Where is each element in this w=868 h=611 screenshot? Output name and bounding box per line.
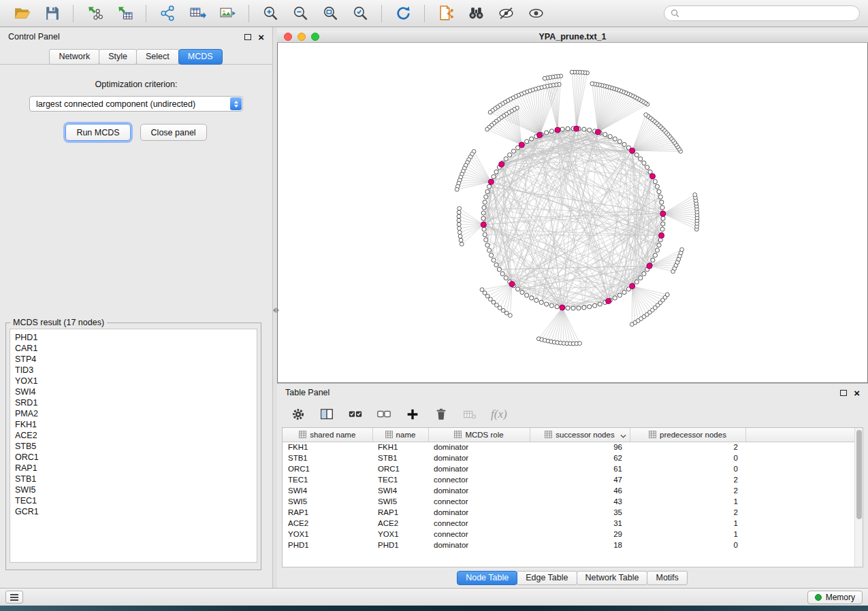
export-network-button[interactable] (154, 3, 181, 24)
mcds-result-item[interactable]: SWI5 (15, 484, 252, 495)
select-all-button[interactable] (348, 407, 363, 422)
unselect-all-button[interactable] (376, 407, 391, 422)
column-header-predecessor-nodes[interactable]: predecessor nodes (630, 428, 745, 442)
cell-filler (745, 442, 854, 452)
search-network-button[interactable] (462, 3, 489, 24)
tab-network-table[interactable]: Network Table (577, 571, 648, 585)
tab-select[interactable]: Select (136, 49, 179, 65)
table-row[interactable]: ORC1ORC1dominator610 (283, 463, 854, 474)
zoom-out-button[interactable] (287, 3, 314, 24)
cell-predecessor-nodes: 2 (630, 474, 745, 485)
vertical-splitter[interactable] (273, 27, 277, 588)
hide-details-button[interactable] (492, 3, 519, 24)
delete-column-button[interactable] (434, 407, 449, 422)
optimization-criterion-select[interactable]: largest connected component (undirected) (29, 96, 243, 112)
float-panel-icon[interactable] (244, 34, 251, 40)
memory-button[interactable]: Memory (807, 591, 863, 604)
table-row[interactable]: YOX1YOX1connector291 (283, 529, 854, 540)
tab-edge-table[interactable]: Edge Table (517, 571, 577, 585)
mcds-result-item[interactable]: SRD1 (15, 397, 252, 408)
zoom-fit-button[interactable] (317, 3, 344, 24)
search-icon (671, 9, 679, 18)
table-row[interactable]: SWI5SWI5connector431 (283, 496, 854, 507)
network-canvas[interactable] (277, 43, 868, 383)
zoom-in-button[interactable] (257, 3, 284, 24)
import-network-button[interactable] (81, 3, 108, 24)
refresh-button[interactable] (389, 3, 417, 24)
cell-name: ACE2 (372, 518, 428, 529)
table-row[interactable]: TEC1TEC1connector472 (283, 474, 854, 485)
maximize-window-icon[interactable] (311, 33, 319, 41)
mcds-result-item[interactable]: PHD1 (15, 332, 252, 343)
close-panel-button[interactable]: Close panel (140, 124, 207, 141)
tab-mcds[interactable]: MCDS (178, 49, 223, 65)
export-table-button[interactable] (184, 3, 211, 24)
table-row[interactable]: STB1STB1dominator620 (283, 452, 854, 463)
tab-motifs[interactable]: Motifs (647, 571, 687, 585)
search-field[interactable] (664, 5, 860, 21)
save-session-button[interactable] (38, 3, 65, 24)
mcds-result-list[interactable]: PHD1CAR1STP4TID3YOX1SWI4SRD1PMA2FKH1ACE2… (10, 329, 257, 563)
scrollbar-thumb[interactable] (856, 430, 862, 519)
export-image-button[interactable] (214, 3, 241, 24)
show-details-button[interactable] (522, 3, 549, 24)
column-header-name[interactable]: name (372, 428, 428, 442)
column-header-shared-name[interactable]: shared name (283, 428, 372, 442)
close-table-panel-icon[interactable]: × (854, 388, 860, 398)
splitter-handle-icon[interactable] (273, 308, 279, 313)
control-panel-header: Control Panel × (0, 27, 272, 46)
cell-predecessor-nodes: 0 (630, 463, 745, 474)
run-mcds-button[interactable]: Run MCDS (65, 124, 130, 141)
table-row[interactable]: RAP1RAP1dominator352 (283, 507, 854, 518)
tab-network[interactable]: Network (49, 49, 99, 65)
mcds-result-item[interactable]: TEC1 (15, 495, 252, 506)
column-header-successor-nodes[interactable]: successor nodes (530, 428, 630, 442)
cell-filler (745, 529, 854, 540)
mcds-result-item[interactable]: STB1 (15, 474, 252, 484)
show-columns-button[interactable] (319, 407, 334, 422)
mcds-result-item[interactable]: FKH1 (15, 419, 252, 430)
close-window-icon[interactable] (284, 33, 292, 41)
mcds-result-item[interactable]: ACE2 (15, 430, 252, 441)
table-row[interactable]: ACE2ACE2connector311 (283, 518, 854, 529)
table-settings-button[interactable] (291, 407, 306, 422)
column-header-mcds-role[interactable]: MCDS role (428, 428, 530, 442)
chevron-down-icon[interactable] (620, 432, 626, 440)
main-toolbar (0, 0, 868, 27)
table-scrollbar[interactable] (854, 428, 863, 567)
menu-button[interactable] (5, 591, 23, 604)
cell-filler (745, 518, 854, 529)
zoom-in-icon (262, 5, 279, 22)
save-floppy-icon (44, 5, 61, 22)
add-column-button[interactable] (405, 407, 420, 422)
table-row[interactable]: SWI4SWI4dominator462 (283, 485, 854, 496)
mcds-result-item[interactable]: SWI4 (15, 386, 252, 397)
tab-node-table[interactable]: Node Table (457, 571, 517, 585)
table-row[interactable]: PHD1PHD1dominator180 (283, 540, 854, 550)
search-input[interactable] (684, 9, 853, 18)
mcds-result-item[interactable]: TID3 (15, 365, 252, 376)
close-panel-icon[interactable]: × (258, 32, 264, 42)
mcds-result-item[interactable]: STB5 (15, 441, 252, 452)
cell-shared-name: SWI4 (283, 485, 372, 496)
import-table-button[interactable] (111, 3, 138, 24)
zoom-selected-button[interactable] (347, 3, 374, 24)
open-session-button[interactable] (8, 3, 35, 24)
cell-filler (745, 507, 854, 518)
table-row[interactable]: FKH1FKH1dominator962 (283, 442, 854, 452)
tab-style[interactable]: Style (99, 49, 137, 65)
mcds-result-item[interactable]: PMA2 (15, 408, 252, 419)
mcds-result-item[interactable]: RAP1 (15, 463, 252, 474)
mcds-result-item[interactable]: YOX1 (15, 376, 252, 386)
mcds-result-item[interactable]: CAR1 (15, 343, 252, 354)
mcds-result-item[interactable]: ORC1 (15, 452, 252, 463)
share-document-button[interactable] (432, 3, 460, 24)
cell-shared-name: TEC1 (283, 474, 372, 485)
network-window-titlebar[interactable]: YPA_prune.txt_1 (277, 31, 868, 43)
mcds-result-item[interactable]: STP4 (15, 354, 252, 365)
mcds-result-item[interactable]: GCR1 (15, 506, 252, 517)
minimize-window-icon[interactable] (298, 33, 306, 41)
network-graph[interactable] (278, 43, 867, 382)
cell-mcds-role: dominator (428, 507, 530, 518)
float-table-panel-icon[interactable] (840, 390, 847, 396)
